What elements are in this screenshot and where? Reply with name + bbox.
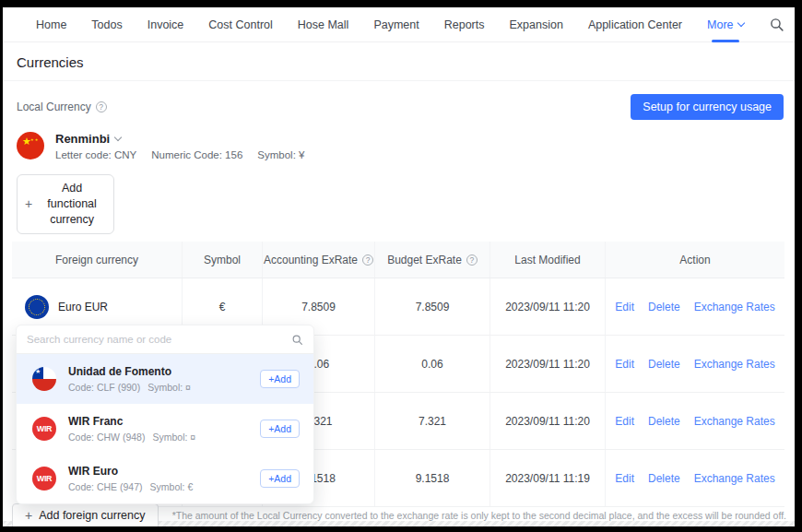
- last-modified-cell: 2023/09/11 11:19: [490, 450, 606, 506]
- nav-item-hose-mall[interactable]: Hose Mall: [298, 18, 349, 31]
- currency-option-code: Code: CLF (990)Symbol: ¤: [68, 382, 198, 393]
- nav-item-cost-control[interactable]: Cost Control: [208, 18, 272, 31]
- nav-more-label: More: [707, 18, 733, 31]
- delete-link[interactable]: Delete: [648, 415, 680, 428]
- edit-link[interactable]: Edit: [615, 358, 634, 371]
- letter-code: Letter code: CNY: [55, 149, 136, 160]
- nav-item-more[interactable]: More: [707, 18, 743, 31]
- nav-item-application-center[interactable]: Application Center: [588, 18, 682, 31]
- local-currency-label: Local Currency: [17, 100, 91, 113]
- edit-link[interactable]: Edit: [615, 301, 634, 313]
- exchange-rates-link[interactable]: Exchange Rates: [694, 472, 775, 485]
- action-cell: Edit Delete Exchange Rates: [606, 336, 784, 392]
- delete-link[interactable]: Delete: [648, 472, 680, 485]
- local-currency-section: Local Currency Setup for currency usage …: [3, 81, 795, 234]
- add-currency-button[interactable]: +Add: [260, 469, 300, 488]
- col-header-action: Action: [606, 242, 784, 278]
- setup-currency-usage-button[interactable]: Setup for currency usage: [631, 94, 784, 120]
- local-currency-label-row: Local Currency: [17, 100, 107, 113]
- currency-option-name: Unidad de Fomento: [68, 365, 198, 378]
- action-cell: Edit Delete Exchange Rates: [606, 278, 784, 335]
- currency-option-name: WIR Franc: [68, 415, 203, 428]
- col-header-symbol: Symbol: [183, 242, 263, 278]
- currency-symbol: Symbol: ¥: [257, 149, 304, 160]
- dropdown-item-unidad-de-fomento[interactable]: Unidad de Fomento Code: CLF (990)Symbol:…: [17, 354, 313, 404]
- currency-name: Euro EUR: [58, 301, 108, 313]
- china-flag-icon: [17, 132, 44, 160]
- exchange-rates-link[interactable]: Exchange Rates: [694, 358, 775, 371]
- wir-flag-icon: WIR: [32, 467, 56, 491]
- edit-link[interactable]: Edit: [615, 472, 634, 485]
- nav-item-todos[interactable]: Todos: [91, 18, 122, 31]
- currency-search-row: [17, 325, 313, 354]
- nav-item-reports[interactable]: Reports: [444, 18, 485, 31]
- delete-link[interactable]: Delete: [648, 358, 680, 371]
- dropdown-item-wir-euro[interactable]: WIR WIR Euro Code: CHE (947)Symbol: € +A…: [17, 454, 313, 503]
- exchange-rates-link[interactable]: Exchange Rates: [694, 415, 775, 428]
- action-cell: Edit Delete Exchange Rates: [606, 393, 784, 449]
- table-header-row: Foreign currency Symbol Accounting ExRat…: [12, 242, 784, 278]
- help-icon[interactable]: [96, 101, 107, 112]
- currency-search-input[interactable]: [27, 334, 284, 345]
- add-functional-currency-label: Add functional currency: [38, 181, 106, 228]
- help-icon[interactable]: [466, 254, 478, 266]
- budget-exrate-cell: 7.8509: [375, 278, 490, 335]
- search-icon[interactable]: [291, 334, 303, 346]
- nav-item-payment[interactable]: Payment: [373, 18, 419, 31]
- nav-item-expansion[interactable]: Expansion: [510, 18, 563, 31]
- add-currency-button[interactable]: +Add: [260, 420, 300, 438]
- nav-item-invoice[interactable]: Invoice: [147, 18, 184, 31]
- last-modified-cell: 2023/09/11 11:20: [490, 393, 606, 449]
- edit-link[interactable]: Edit: [615, 415, 634, 428]
- local-currency-details: Letter code: CNYNumeric Code: 156Symbol:…: [55, 149, 319, 160]
- last-modified-cell: 2023/09/11 11:20: [490, 278, 606, 335]
- numeric-code: Numeric Code: 156: [151, 149, 242, 160]
- last-modified-cell: 2023/09/11 11:20: [490, 336, 606, 392]
- nav-actions: 16: [769, 13, 795, 37]
- col-header-budget-exrate: Budget ExRate: [375, 242, 490, 278]
- local-currency-name[interactable]: Renminbi: [55, 132, 319, 146]
- chevron-down-icon: [737, 19, 744, 27]
- add-functional-currency-button[interactable]: + Add functional currency: [17, 174, 114, 234]
- add-foreign-currency-button[interactable]: + Add foreign currency: [12, 503, 159, 526]
- app-window: Home Todos Invoice Cost Control Hose Mal…: [3, 7, 795, 526]
- eu-flag-icon: [25, 295, 49, 319]
- local-currency-name-label: Renminbi: [55, 132, 110, 146]
- page-title: Currencies: [3, 42, 795, 81]
- col-header-last-modified: Last Modified: [490, 242, 606, 278]
- local-currency-card: Renminbi Letter code: CNYNumeric Code: 1…: [17, 132, 784, 162]
- currency-option-name: WIR Euro: [68, 465, 200, 478]
- budget-exrate-cell: 7.321: [375, 393, 490, 449]
- exchange-rates-link[interactable]: Exchange Rates: [694, 301, 775, 313]
- plus-icon: +: [25, 195, 32, 213]
- wir-flag-icon: WIR: [32, 417, 56, 441]
- exchange-rate-footnote: *The amount of the Local Currency conver…: [172, 510, 786, 521]
- action-cell: Edit Delete Exchange Rates: [606, 450, 784, 506]
- delete-link[interactable]: Delete: [648, 301, 680, 313]
- currency-search-dropdown: Unidad de Fomento Code: CLF (990)Symbol:…: [16, 325, 314, 504]
- top-nav: Home Todos Invoice Cost Control Hose Mal…: [3, 7, 795, 42]
- dropdown-item-wir-franc[interactable]: WIR WIR Franc Code: CHW (948)Symbol: ¤ +…: [17, 404, 313, 454]
- chile-flag-icon: [32, 367, 56, 391]
- col-header-foreign-currency: Foreign currency: [12, 242, 183, 278]
- col-header-accounting-exrate: Accounting ExRate: [263, 242, 375, 278]
- budget-exrate-cell: 9.1518: [375, 450, 490, 506]
- chevron-down-icon: [114, 134, 122, 141]
- currency-option-code: Code: CHE (947)Symbol: €: [68, 481, 200, 492]
- add-foreign-currency-label: Add foreign currency: [39, 509, 145, 522]
- search-icon[interactable]: [769, 17, 784, 32]
- plus-icon: +: [25, 508, 32, 523]
- budget-exrate-cell: 0.06: [375, 336, 490, 392]
- add-currency-button[interactable]: +Add: [260, 370, 300, 388]
- currency-option-code: Code: CHW (948)Symbol: ¤: [68, 432, 203, 443]
- help-icon[interactable]: [362, 254, 373, 266]
- nav-item-home[interactable]: Home: [36, 18, 66, 31]
